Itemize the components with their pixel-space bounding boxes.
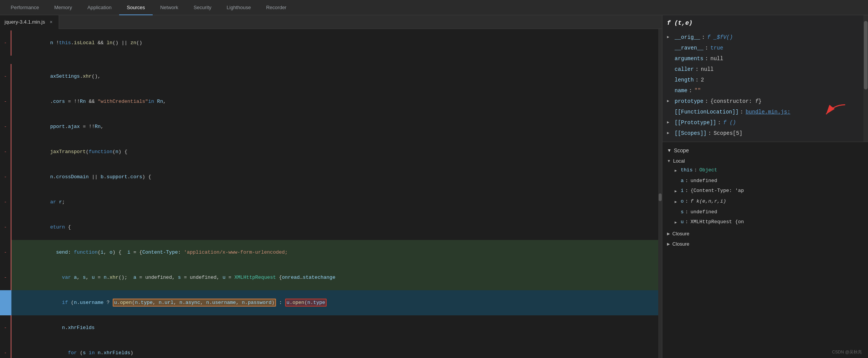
code-scrollbar[interactable]: [658, 29, 662, 358]
prop-colon: :: [689, 86, 692, 95]
scope-item-colon: :: [685, 177, 688, 185]
code-line: - n !this.isLocal && ln() || zn(): [0, 30, 662, 56]
scope-item-i[interactable]: ▶ i : {Content-Type: 'ap: [662, 186, 868, 197]
scope-item-u[interactable]: ▶ u : XMLHttpRequest {on: [662, 217, 868, 228]
red-arrow-annotation: [819, 103, 849, 118]
right-panel-scrollbar[interactable]: [863, 15, 868, 142]
prop-colon: :: [695, 65, 698, 74]
func-prop-proto[interactable]: ▶ [[Prototype]] : f (): [667, 117, 863, 128]
prop-val: 2: [701, 75, 704, 85]
prop-val: {constructor: f}: [710, 97, 761, 106]
scope-item-val: f k(e,n,r,i): [691, 198, 726, 205]
code-line: - .cors = !!Rn && "withCredentials"in Rn…: [0, 89, 662, 114]
prop-val: "": [694, 86, 701, 95]
code-line: - n.xhrFields: [0, 315, 662, 340]
line-gutter: -: [0, 56, 11, 64]
scope-item-this[interactable]: ▶ this : Object: [662, 165, 868, 176]
line-content: send: function(i, o) { i = {Content-Type…: [11, 240, 288, 265]
tab-security[interactable]: Security: [186, 0, 219, 15]
scope-item-val: undefined: [691, 208, 717, 216]
right-panel: f (t,e) ▶ __orig__ : f _$fV() __raven__ …: [662, 15, 868, 358]
scope-item-colon: :: [685, 218, 688, 226]
code-lines: - n !this.isLocal && ln() || zn() - - ax…: [0, 29, 662, 358]
line-content: axSettings.xhr(),: [11, 64, 101, 89]
line-gutter: -: [0, 315, 11, 340]
scope-local-label: Local: [673, 158, 685, 164]
scope-item-arrow: ▶: [675, 198, 681, 206]
prop-val: f (): [723, 118, 736, 127]
file-tabs: jquery-3.4.1.min.js ×: [0, 15, 662, 29]
code-scrollbar-thumb[interactable]: [659, 193, 662, 201]
tab-sources[interactable]: Sources: [119, 0, 153, 15]
code-editor[interactable]: - n !this.isLocal && ln() || zn() - - ax…: [0, 29, 662, 358]
code-line: - jaxTransport(function(n) {: [0, 139, 662, 165]
scope-item-val: Object: [699, 166, 717, 174]
scope-closure1-header[interactable]: ▶ Closure: [662, 229, 868, 238]
scope-item-key: a: [681, 177, 684, 185]
prop-val: null: [701, 65, 714, 74]
code-line: -: [0, 56, 662, 64]
func-prop-scopes[interactable]: ▶ [[Scopes]] : Scopes[5]: [667, 128, 863, 139]
breakpoint-indicator: [3, 301, 7, 305]
scope-item-colon: :: [685, 208, 688, 216]
prop-key: __orig__: [675, 33, 700, 42]
prop-key: [[Prototype]]: [675, 118, 716, 127]
prop-colon: :: [705, 43, 708, 53]
scope-closure2-label: Closure: [672, 241, 689, 247]
func-info-panel: f (t,e) ▶ __orig__ : f _$fV() __raven__ …: [662, 15, 868, 142]
code-line: - var a, s, u = n.xhr(); a = undefined, …: [0, 265, 662, 290]
tab-application[interactable]: Application: [80, 0, 119, 15]
tab-recorder[interactable]: Recorder: [258, 0, 294, 15]
expand-arrow-proto: ▶: [667, 118, 673, 127]
tab-network[interactable]: Network: [153, 0, 186, 15]
scope-item-s: s : undefined: [662, 207, 868, 217]
prop-colon: :: [702, 33, 705, 42]
scope-item-arrow: ▶: [675, 219, 681, 227]
prop-key: arguments: [675, 54, 704, 63]
prop-colon: :: [740, 107, 743, 117]
scope-collapse-arrow[interactable]: ▼: [667, 148, 672, 153]
main-layout: jquery-3.4.1.min.js × - n !this.isLocal …: [0, 15, 868, 358]
prop-key: [[Scopes]]: [675, 129, 707, 138]
func-prop-orig[interactable]: ▶ __orig__ : f _$fV(): [667, 32, 863, 43]
func-prop-arguments: arguments : null: [667, 53, 863, 64]
prop-key: length: [675, 75, 694, 85]
scope-item-key: i: [681, 187, 684, 195]
tab-performance[interactable]: Performance: [3, 0, 46, 15]
scope-item-key: this: [681, 166, 692, 174]
prop-val-link[interactable]: bundle.min.js:: [745, 107, 790, 117]
scope-item-val: XMLHttpRequest {on: [691, 218, 744, 226]
file-tab-jquery[interactable]: jquery-3.4.1.min.js ×: [0, 15, 59, 29]
scope-item-a: a : undefined: [662, 176, 868, 186]
watermark: CSDN @吴秋亮: [832, 349, 862, 355]
func-prop-raven: __raven__ : true: [667, 43, 863, 53]
scope-closure2-header[interactable]: ▶ Closure: [662, 240, 868, 248]
tab-lighthouse[interactable]: Lighthouse: [219, 0, 258, 15]
code-line: - eturn {: [0, 215, 662, 240]
scope-section-local-header[interactable]: ▼ Local: [662, 157, 868, 165]
code-line: - axSettings.xhr(),: [0, 64, 662, 89]
code-line: - ar r;: [0, 190, 662, 215]
line-gutter: -: [0, 240, 11, 265]
prop-val: null: [710, 54, 723, 63]
tab-memory[interactable]: Memory: [46, 0, 80, 15]
scope-item-val: undefined: [691, 177, 717, 185]
file-tab-close-button[interactable]: ×: [48, 19, 54, 25]
prop-val: Scopes[5]: [713, 129, 742, 138]
right-panel-scrollbar-thumb[interactable]: [864, 21, 868, 90]
tab-bar: Performance Memory Application Sources N…: [0, 0, 868, 15]
scope-closure1-arrow: ▶: [667, 232, 670, 236]
func-prop-caller: caller : null: [667, 64, 863, 75]
line-content: pport.ajax = !!Rn,: [11, 114, 104, 139]
line-gutter: -: [0, 215, 11, 240]
code-line: - send: function(i, o) { i = {Content-Ty…: [0, 240, 662, 265]
code-panel: jquery-3.4.1.min.js × - n !this.isLocal …: [0, 15, 662, 358]
line-gutter: -: [0, 64, 11, 89]
line-content: .cors = !!Rn && "withCredentials"in Rn,: [11, 89, 166, 114]
scope-item-o[interactable]: ▶ o : f k(e,n,r,i): [662, 197, 868, 207]
line-gutter: -: [0, 30, 11, 56]
scope-section-closure2: ▶ Closure: [662, 239, 868, 249]
line-content: var a, s, u = n.xhr(); a = undefined, s …: [11, 265, 335, 290]
scope-item-colon: :: [694, 166, 697, 174]
line-gutter: -: [0, 139, 11, 165]
